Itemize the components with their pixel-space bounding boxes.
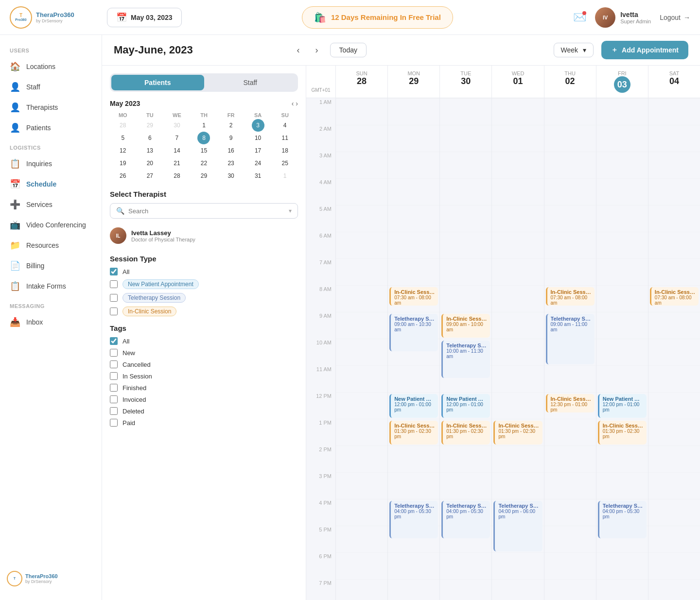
sidebar-item-locations[interactable]: 🏠 Locations (0, 56, 102, 77)
sidebar-item-inbox[interactable]: 📥 Inbox (0, 312, 102, 332)
tag-new-checkbox[interactable] (110, 349, 118, 357)
mini-cal-day[interactable]: 6 (143, 132, 156, 144)
tag-in-session[interactable]: In Session (110, 372, 298, 380)
mini-cal-day[interactable]: 17 (252, 144, 264, 157)
mini-cal-day[interactable]: 11 (279, 132, 291, 144)
week-select[interactable]: Week ▾ (554, 43, 594, 57)
session-new-patient-option[interactable]: New Patient Appointment (110, 279, 298, 289)
session-all-checkbox[interactable] (110, 268, 118, 275)
tag-invoiced[interactable]: Invoiced (110, 395, 298, 403)
mini-cal-day[interactable]: 27 (143, 170, 156, 182)
prev-arrow[interactable]: ‹ (293, 43, 304, 57)
mini-cal-day[interactable]: 10 (252, 132, 264, 144)
mini-cal-day[interactable]: 24 (252, 157, 264, 170)
appointment-block[interactable]: In-Clinic Session 07:30 am - 08:00 am (546, 287, 595, 306)
tag-in-session-checkbox[interactable] (110, 372, 118, 380)
mini-cal-day[interactable]: 18 (279, 144, 291, 157)
appointment-block[interactable]: New Patient Ap... 12:00 pm - 01:00 pm (598, 394, 647, 418)
appointment-block[interactable]: New Patient Ap... 12:00 pm - 01:00 pm (441, 394, 490, 418)
sidebar-item-therapists[interactable]: 👤 Therapists (0, 97, 102, 118)
sidebar-item-resources[interactable]: 📁 Resources (0, 235, 102, 256)
tag-all-checkbox[interactable] (110, 337, 118, 345)
mini-cal-day[interactable]: 1 (279, 170, 291, 182)
mini-cal-day-today[interactable]: 3 (252, 119, 264, 132)
appointment-block[interactable]: In-Clinic Session 09:00 am - 10:00 am (441, 314, 490, 338)
appointment-block[interactable]: Teletherapy Se... 04:00 pm - 05:30 pm (598, 501, 647, 538)
sidebar-item-intake-forms[interactable]: 📋 Intake Forms (0, 276, 102, 296)
mini-cal-day-selected[interactable]: 8 (197, 132, 210, 144)
date-picker[interactable]: 📅 May 03, 2023 (107, 8, 182, 27)
mini-cal-day[interactable]: 12 (117, 144, 129, 157)
mini-cal-next[interactable]: › (296, 100, 298, 107)
mini-cal-day[interactable]: 19 (117, 157, 129, 170)
mini-cal-day[interactable]: 20 (143, 157, 156, 170)
mini-cal-day[interactable]: 22 (197, 157, 210, 170)
tag-deleted-checkbox[interactable] (110, 407, 118, 415)
patients-toggle[interactable]: Patients (111, 75, 204, 90)
session-teletherapy-checkbox[interactable] (110, 294, 118, 302)
appointment-block[interactable]: Teletherapy Se... 04:00 pm - 05:30 pm (389, 501, 438, 538)
mini-cal-day[interactable]: 13 (143, 144, 156, 157)
appointment-block[interactable]: In-Clinic Session 07:30 am - 08:00 am (389, 287, 438, 306)
session-new-patient-checkbox[interactable] (110, 280, 118, 288)
sidebar-item-patients[interactable]: 👤 Patients (0, 118, 102, 138)
sidebar-item-video-conferencing[interactable]: 📺 Video Conferencing (0, 215, 102, 235)
mini-cal-day[interactable]: 31 (252, 170, 264, 182)
mini-cal-day[interactable]: 1 (197, 119, 210, 132)
mini-cal-day[interactable]: 16 (225, 144, 237, 157)
sidebar-item-staff[interactable]: 👤 Staff (0, 77, 102, 97)
appointment-block[interactable]: Teletherapy Se... 04:00 pm - 06:00 pm (493, 501, 542, 551)
mini-cal-day[interactable]: 29 (197, 170, 210, 182)
tag-deleted[interactable]: Deleted (110, 407, 298, 415)
sidebar-item-services[interactable]: ➕ Services (0, 194, 102, 215)
tag-cancelled[interactable]: Cancelled (110, 360, 298, 368)
appointment-block[interactable]: In-Clinic Session 01:30 pm - 02:30 pm (493, 421, 542, 445)
mini-cal-day[interactable]: 9 (225, 132, 237, 144)
tag-paid-checkbox[interactable] (110, 419, 118, 427)
mini-cal-day[interactable]: 4 (279, 119, 291, 132)
therapist-list-item[interactable]: IL Ivetta Lassey Doctor of Physical Ther… (110, 223, 298, 248)
therapist-search-box[interactable]: 🔍 ▾ (110, 203, 298, 219)
appointment-block[interactable]: In-Clinic Session 01:30 pm - 02:30 pm (389, 421, 438, 445)
tag-invoiced-checkbox[interactable] (110, 395, 118, 403)
sidebar-item-inquiries[interactable]: 📋 Inquiries (0, 154, 102, 174)
mini-cal-day[interactable]: 2 (225, 119, 237, 132)
appointment-block[interactable]: Teletherapy Se... 10:00 am - 11:30 am (441, 341, 490, 378)
appointment-block[interactable]: In-Clinic Session 07:30 am - 08:00 am (650, 287, 699, 306)
user-menu[interactable]: IV Ivetta Super Admin (595, 7, 651, 28)
add-appointment-button[interactable]: ＋ Add Appointment (601, 41, 688, 59)
mini-cal-day[interactable]: 28 (171, 170, 183, 182)
appointment-block[interactable]: Teletherapy Se... 09:00 am - 11:00 am (546, 314, 595, 364)
session-teletherapy-option[interactable]: Teletherapy Session (110, 293, 298, 303)
tag-finished[interactable]: Finished (110, 384, 298, 392)
mini-cal-day[interactable]: 28 (117, 119, 129, 132)
appointment-block[interactable]: In-Clinic Session 12:30 pm - 01:00 pm (546, 394, 595, 412)
appointment-block[interactable]: In-Clinic Session 01:30 pm - 02:30 pm (441, 421, 490, 445)
mini-cal-day[interactable]: 30 (225, 170, 237, 182)
tag-all[interactable]: All (110, 337, 298, 345)
tag-paid[interactable]: Paid (110, 419, 298, 427)
mini-cal-day[interactable]: 5 (117, 132, 129, 144)
appointment-block[interactable]: New Patient Ap... 12:00 pm - 01:00 pm (389, 394, 438, 418)
appointment-block[interactable]: Teletherapy Se... 09:00 am - 10:30 am (389, 314, 438, 351)
appointment-block[interactable]: Teletherapy Se... 04:00 pm - 05:30 pm (441, 501, 490, 538)
mini-cal-day[interactable]: 7 (171, 132, 183, 144)
tag-cancelled-checkbox[interactable] (110, 360, 118, 368)
therapist-search-input[interactable] (128, 207, 285, 215)
today-button[interactable]: Today (330, 43, 367, 57)
sidebar-item-billing[interactable]: 📄 Billing (0, 256, 102, 276)
mini-cal-day[interactable]: 26 (117, 170, 129, 182)
tag-new[interactable]: New (110, 349, 298, 357)
session-all-option[interactable]: All (110, 268, 298, 275)
mail-button[interactable]: ✉️ (573, 11, 586, 24)
mini-cal-prev[interactable]: ‹ (292, 100, 294, 107)
tag-finished-checkbox[interactable] (110, 384, 118, 392)
mini-cal-day[interactable]: 29 (143, 119, 156, 132)
appointment-block[interactable]: In-Clinic Session 01:30 pm - 02:30 pm (598, 421, 647, 445)
logout-button[interactable]: Logout → (660, 14, 690, 21)
next-arrow[interactable]: › (312, 43, 322, 57)
sidebar-item-schedule[interactable]: 📅 Schedule (0, 174, 102, 194)
mini-cal-day[interactable]: 30 (171, 119, 183, 132)
session-in-clinic-option[interactable]: In-Clinic Session (110, 307, 298, 316)
mini-cal-day[interactable]: 21 (171, 157, 183, 170)
